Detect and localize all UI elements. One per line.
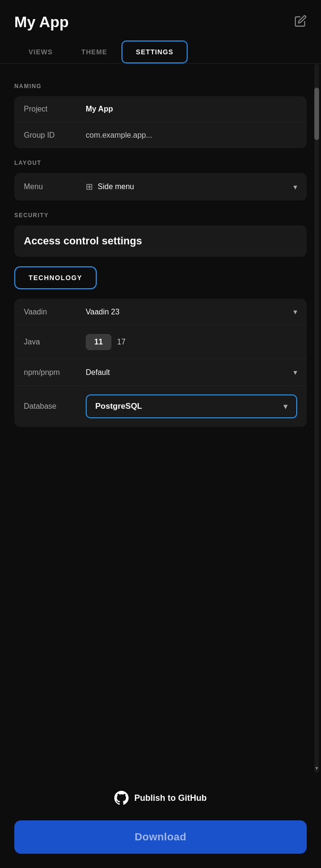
java-options: 11 17 [86,334,297,350]
tabs-row: VIEWS THEME SETTINGS [0,40,321,64]
java-row: Java 11 17 [14,325,307,359]
technology-card: Vaadin Vaadin 23 ▾ Java 11 17 npm/pnpm D… [14,299,307,427]
tab-views[interactable]: VIEWS [14,40,67,63]
vaadin-dropdown[interactable]: Vaadin 23 ▾ [86,307,297,316]
download-button[interactable]: Download [14,820,307,854]
database-dropdown[interactable]: PostgreSQL ▾ [86,394,297,418]
database-value: PostgreSQL [95,402,142,411]
tab-theme[interactable]: THEME [67,40,122,63]
technology-button[interactable]: TECHNOLOGY [14,266,97,289]
bottom-spacer [14,438,307,448]
group-id-label: Group ID [24,131,86,140]
npm-value: Default [86,368,289,377]
java-option-17[interactable]: 17 [117,338,126,346]
publish-label: Publish to GitHub [134,793,207,803]
project-row: Project My App [14,96,307,122]
menu-row[interactable]: Menu ⊞ Side menu ▾ [14,173,307,201]
menu-label: Menu [24,182,86,191]
tab-settings[interactable]: SETTINGS [121,40,188,63]
npm-label: npm/pnpm [24,368,86,377]
npm-dropdown[interactable]: Default ▾ [86,368,297,377]
layout-section-label: LAYOUT [14,160,307,166]
bottom-section: Publish to GitHub Download [0,773,321,868]
naming-section-label: NAMING [14,83,307,90]
vaadin-value: Vaadin 23 [86,308,289,316]
edit-icon[interactable] [294,15,307,30]
database-label: Database [24,402,86,411]
app-header: My App [0,0,321,40]
project-value: My App [86,105,297,113]
scrollbar-thumb[interactable] [314,88,319,140]
vaadin-row[interactable]: Vaadin Vaadin 23 ▾ [14,299,307,325]
npm-chevron-icon: ▾ [293,368,297,377]
group-id-row: Group ID com.example.app... [14,122,307,148]
chevron-down-icon: ▾ [293,182,297,192]
project-label: Project [24,105,86,113]
group-id-value: com.example.app... [86,131,297,140]
grid-icon: ⊞ [86,182,93,192]
security-section-label: SECURITY [14,212,307,219]
scroll-down-arrow: ▼ [314,766,319,771]
github-icon [114,791,129,805]
java-label: Java [24,338,86,346]
menu-value: Side menu [98,182,134,191]
app-title: My App [14,13,69,31]
menu-dropdown[interactable]: ⊞ Side menu ▾ [86,182,297,192]
npm-row[interactable]: npm/pnpm Default ▾ [14,359,307,386]
access-control-heading: Access control settings [14,225,307,257]
settings-content: ▼ NAMING Project My App Group ID com.exa… [0,64,321,773]
publish-to-github-button[interactable]: Publish to GitHub [14,782,307,814]
layout-card: Menu ⊞ Side menu ▾ [14,173,307,201]
database-row[interactable]: Database PostgreSQL ▾ [14,386,307,427]
java-option-11[interactable]: 11 [86,334,111,350]
vaadin-chevron-icon: ▾ [293,307,297,316]
database-chevron-icon: ▾ [283,401,288,412]
vaadin-label: Vaadin [24,308,86,316]
scrollbar-track: ▼ [314,64,319,773]
naming-card: Project My App Group ID com.example.app.… [14,96,307,148]
